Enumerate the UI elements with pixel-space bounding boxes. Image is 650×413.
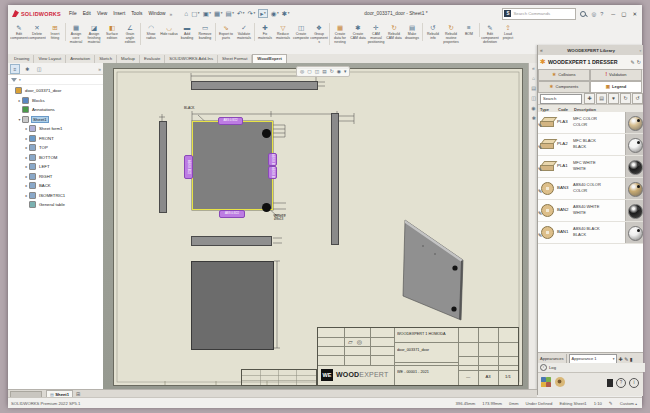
report-icon[interactable] xyxy=(607,379,613,387)
legend-row-pla2[interactable]: ✎PLA2MFC BLACKBLACK xyxy=(538,134,643,156)
banding-callout-bottom[interactable]: ABS 0.8/22 xyxy=(219,210,245,218)
ribbon-button-hide-radius[interactable]: ◡Hide radius xyxy=(160,23,178,37)
appearance-thumbnail-cell[interactable] xyxy=(625,112,643,133)
panel-tab-legend[interactable]: ▣Legend xyxy=(590,81,642,93)
view-top[interactable] xyxy=(191,81,318,90)
options-icon[interactable]: ✱▾ xyxy=(282,10,290,17)
banding-callout-left[interactable]: ABS 0.8/22 xyxy=(184,155,193,179)
tab-annotation[interactable]: Annotation xyxy=(66,55,95,63)
hinge-hole-top[interactable] xyxy=(262,129,271,138)
view-right[interactable] xyxy=(331,113,339,245)
appearance-dropdown[interactable]: Appearance 1▾ xyxy=(569,354,617,364)
appearance-thumbnail-cell[interactable] xyxy=(625,222,643,243)
tree-item-top[interactable]: ▸TOP xyxy=(8,143,103,153)
appearance-thumbnail-cell[interactable] xyxy=(625,134,643,155)
print-icon[interactable]: ▤▾ xyxy=(225,10,233,17)
menu-file[interactable]: File xyxy=(69,11,77,16)
view-back[interactable] xyxy=(191,261,274,350)
command-search[interactable]: S Search Commands xyxy=(502,8,576,20)
rebuild-icon[interactable]: ◉▾ xyxy=(271,10,279,17)
graphics-area[interactable]: ◎▢◫▤↻◉▾ xyxy=(103,63,528,389)
banding-callout-right-1[interactable]: ABS 0.8/22 xyxy=(268,153,277,166)
appearance-thumbnail-cell[interactable] xyxy=(625,200,643,221)
ribbon-button-reduce-materials[interactable]: ▽Reduce materials xyxy=(274,23,292,41)
edit-pencil-icon[interactable]: ✎ xyxy=(538,210,542,216)
configuration-manager-icon[interactable]: ◫ xyxy=(34,64,44,74)
tab-woodexpert[interactable]: WoodExpert xyxy=(252,54,287,63)
tree-item-annotations[interactable]: Annotations xyxy=(8,105,103,115)
undo-icon[interactable]: ↶▾ xyxy=(237,10,245,17)
design-library-icon[interactable]: ▤ xyxy=(531,85,536,91)
redo-icon[interactable]: ↷▾ xyxy=(248,10,256,17)
status-units[interactable]: Custom ▴ xyxy=(620,401,637,406)
tree-item-right[interactable]: ▸RIGHT xyxy=(8,172,103,182)
tab-view-layout[interactable]: View Layout xyxy=(34,55,66,63)
ribbon-button-group-components[interactable]: ❖Group components xyxy=(310,23,330,45)
property-manager-icon[interactable]: ✱ xyxy=(22,64,32,74)
help-circle-icon[interactable]: ? xyxy=(616,378,626,388)
menu-view[interactable]: View xyxy=(97,11,107,16)
restore-button[interactable]: ▢ xyxy=(621,9,626,19)
ribbon-button-edit-component[interactable]: ✎Edit component xyxy=(10,23,28,41)
headsup-icon-0[interactable]: ◎ xyxy=(300,67,304,76)
hinge-hole-bottom[interactable] xyxy=(262,203,271,212)
panel-tab-collisions[interactable]: ✱Collisions xyxy=(538,69,590,81)
tab-sheet-format[interactable]: Sheet Format xyxy=(218,55,252,63)
file-explorer-icon[interactable]: ◫ xyxy=(531,95,536,101)
headsup-icon-3[interactable]: ▤ xyxy=(322,67,327,76)
view-palette-icon[interactable]: ◉ xyxy=(531,105,535,111)
user-icon[interactable]: ◎ xyxy=(591,11,596,17)
legend-row-ban2[interactable]: ✎BAN2ABS40 WHITEWHITE xyxy=(538,200,643,222)
custom-properties-icon[interactable]: ✱ xyxy=(531,115,535,121)
appearance-thumbnail-cell[interactable] xyxy=(625,156,643,177)
legend-row-pla3[interactable]: ✎PLA3MFC COLORCOLOR xyxy=(538,112,643,134)
info-circle-icon[interactable]: i xyxy=(629,378,639,388)
edit-pencil-icon[interactable]: ✎ xyxy=(538,166,542,172)
wood-knot-icon[interactable] xyxy=(555,377,565,387)
refresh-project-icon[interactable]: ↻ xyxy=(637,59,641,65)
tree-item-sheet1[interactable]: ▾Sheet1 xyxy=(8,115,103,125)
ribbon-button-rebuild-cam-data[interactable]: ↻Rebuild CAM data xyxy=(385,23,403,41)
ribbon-button-rebuild-info[interactable]: ↺Rebuild info xyxy=(424,23,442,41)
headsup-icon-2[interactable]: ◫ xyxy=(315,67,320,76)
tree-item-front[interactable]: ▸FRONT xyxy=(8,134,103,144)
tree-item-back[interactable]: ▸BACK xyxy=(8,181,103,191)
ribbon-button-rebuild-routine-properties[interactable]: ↻Rebuild routine properties xyxy=(442,23,460,45)
ribbon-button-cam-manual-positioning[interactable]: ✛CAM manual positioning xyxy=(367,23,385,45)
panel-tab-validation[interactable]: !Validation xyxy=(590,69,642,81)
save-icon[interactable]: ▦▾ xyxy=(214,10,222,17)
tree-item-sheet-form1[interactable]: ▸Sheet form1 xyxy=(8,124,103,134)
view-isometric[interactable] xyxy=(399,214,477,326)
ribbon-button-show-radius[interactable]: ◠Show radius xyxy=(142,23,160,41)
refresh-icon[interactable]: ↻ xyxy=(620,93,631,104)
open-document-icon[interactable]: ▣▾ xyxy=(203,10,211,17)
favorite-icon[interactable]: ♥ xyxy=(608,93,619,104)
close-button[interactable]: ✕ xyxy=(632,9,637,19)
ribbon-button-grain-angle-edition[interactable]: ∠Grain angle edition xyxy=(121,23,141,45)
help-icon[interactable]: ? xyxy=(600,11,603,17)
panel-search-input[interactable]: Search xyxy=(540,94,582,104)
ribbon-button-make-drawings[interactable]: ▤Make drawings xyxy=(403,23,423,41)
ribbon-button-insert-fitting[interactable]: ⊞Insert fitting xyxy=(46,23,66,41)
panel-tab-components[interactable]: ✱Components xyxy=(538,81,590,93)
edit-project-icon[interactable]: ✎ xyxy=(631,59,635,65)
delete-appearance-icon[interactable]: ▮ xyxy=(630,356,633,362)
view-left[interactable] xyxy=(159,121,167,213)
headsup-icon-6[interactable]: ▾ xyxy=(344,67,346,76)
ribbon-button-edit-component-definition[interactable]: ✎Edit component definition xyxy=(481,23,499,45)
tree-item-bottom[interactable]: ▸BOTTOM xyxy=(8,153,103,163)
tree-item-blocks[interactable]: ▸Blocks xyxy=(8,96,103,106)
ribbon-button-bom[interactable]: ≡BOM xyxy=(460,23,480,37)
menu-pin-icon[interactable]: » xyxy=(169,11,172,17)
reload-icon[interactable]: ↺ xyxy=(632,93,643,104)
menu-insert[interactable]: Insert xyxy=(113,11,125,16)
tree-item-general-table[interactable]: General table xyxy=(8,200,103,210)
tab-sketch[interactable]: Sketch xyxy=(95,55,117,63)
tab-markup[interactable]: Markup xyxy=(117,55,140,63)
ribbon-button-create-composite[interactable]: ◫Create composite xyxy=(292,23,310,41)
headsup-icon-5[interactable]: ◉ xyxy=(337,67,341,76)
panel-chevron-icon[interactable]: » xyxy=(98,66,101,72)
log-row[interactable]: i Log xyxy=(538,363,645,372)
ribbon-button-assign-core-material[interactable]: ▦Assign core material xyxy=(67,23,85,45)
menu-tools[interactable]: Tools xyxy=(131,11,142,16)
